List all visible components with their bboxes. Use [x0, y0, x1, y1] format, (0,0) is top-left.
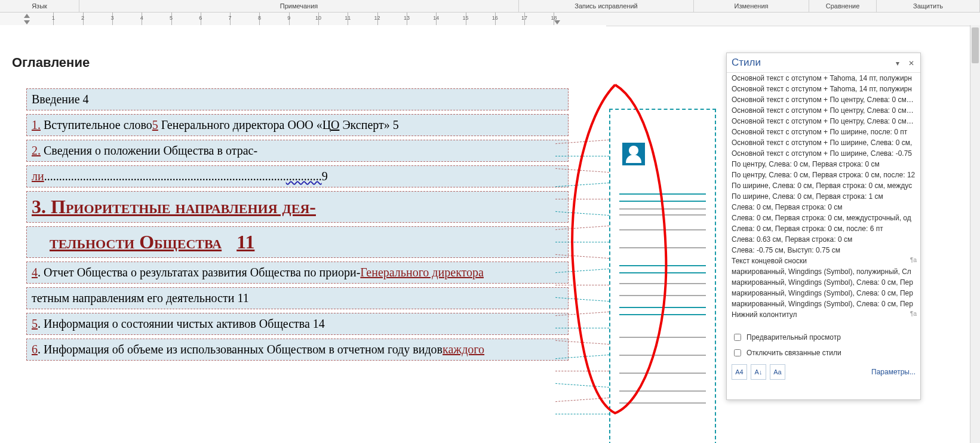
style-list-item[interactable]: По ширине, Слева: 0 см, Первая строка: 1… — [727, 191, 920, 202]
toc-entry[interactable]: Введение 4 — [26, 88, 569, 110]
minipage-text — [619, 373, 706, 374]
toc-heading: Оглавление — [12, 55, 606, 70]
ruler-indent-marker-top[interactable] — [24, 14, 30, 18]
document-page[interactable]: Оглавление Введение 41. Вступительное сл… — [0, 25, 606, 443]
linked-styles-checkbox-row[interactable]: Отключить связанные стили — [727, 345, 920, 361]
tab-trackchanges[interactable]: Запись исправлений — [519, 0, 694, 12]
minipage-text — [619, 229, 706, 230]
pilcrow-icon: ¶a — [910, 310, 917, 317]
scrollbar-thumb[interactable] — [972, 27, 979, 63]
style-inspector-button[interactable]: A↓ — [751, 364, 766, 380]
tab-language[interactable]: Язык — [0, 0, 79, 12]
ruler-number: 18 — [551, 15, 557, 21]
style-list-item[interactable]: Основной текст с отступом + Tahoma, 14 п… — [727, 84, 920, 94]
style-list-item[interactable]: По центру, Слева: 0 см, Первая строка: 0… — [727, 159, 920, 170]
ruler-number: 1 — [52, 15, 55, 21]
ruler-number: 10 — [315, 15, 321, 21]
style-list-item[interactable]: маркированный, Wingdings (Symbol), Слева… — [727, 277, 920, 288]
ruler-number: 12 — [374, 15, 380, 21]
preview-checkbox[interactable] — [734, 334, 741, 341]
style-list-item[interactable]: По центру, Слева: 0 см, Первая строка: 0… — [727, 170, 920, 180]
revision-pane-thumbnail[interactable] — [609, 109, 716, 443]
tab-comments[interactable]: Примечания — [79, 0, 519, 12]
linked-styles-checkbox[interactable] — [734, 349, 741, 356]
ruler-number: 2 — [81, 15, 84, 21]
style-list-item[interactable]: Основной текст с отступом + По центру, С… — [727, 105, 920, 116]
ruler-right-margin-marker[interactable] — [554, 20, 560, 24]
tab-compare[interactable]: Сравнение — [809, 0, 877, 12]
preview-checkbox-row[interactable]: Предварительный просмотр — [727, 330, 920, 345]
style-list-item[interactable]: Слева: 0 см, Первая строка: 0 см, после:… — [727, 223, 920, 234]
style-list-item[interactable]: Основной текст с отступом + По ширине, С… — [727, 137, 920, 148]
toc-entry[interactable]: 6. Информация об объеме из использованны… — [26, 339, 569, 361]
toc-entry[interactable]: тельности Общества 11 — [26, 226, 569, 258]
styles-pane[interactable]: Стили ▾ ✕ Основной текст с отступом + Ta… — [726, 53, 921, 400]
minipage-text — [619, 295, 706, 296]
minipage-text — [619, 355, 706, 356]
styles-pane-dropdown-icon[interactable]: ▾ — [893, 59, 902, 67]
minipage-text — [619, 402, 706, 404]
ruler-number: 3 — [110, 15, 113, 21]
ruler-number: 4 — [140, 15, 143, 21]
style-list-item[interactable]: Основной текст с отступом + По ширине, С… — [727, 148, 920, 159]
minipage-text — [619, 337, 706, 338]
ruler-number: 11 — [345, 15, 351, 21]
ruler-number: 7 — [229, 15, 232, 21]
style-list-item[interactable]: Слева: -0.75 см, Выступ: 0.75 см — [727, 245, 920, 256]
style-list-item[interactable]: Нижний колонтитул¶a — [727, 309, 920, 320]
ruler-number: 14 — [433, 15, 439, 21]
new-style-button[interactable]: A4 — [732, 364, 747, 380]
style-list-item[interactable]: Основной текст с отступом + По ширине, п… — [727, 127, 920, 137]
minipage-text — [619, 247, 706, 248]
styles-pane-close-icon[interactable]: ✕ — [907, 59, 916, 67]
toc-entry[interactable]: 2. Сведения о положении Общества в отрас… — [26, 140, 569, 162]
toc-entry[interactable]: 5. Информация о состоянии чистых активов… — [26, 313, 569, 335]
styles-list[interactable]: Основной текст с отступом + Tahoma, 14 п… — [727, 73, 920, 330]
style-list-item[interactable]: Основной текст с отступом + По центру, С… — [727, 94, 920, 105]
ruler-number: 17 — [521, 15, 527, 21]
style-list-item[interactable]: Текст концевой сноски¶a — [727, 256, 920, 266]
minipage-line — [619, 201, 706, 202]
ruler-number: 13 — [404, 15, 410, 21]
styles-pane-title: Стили — [732, 57, 761, 69]
ruler-number: 9 — [287, 15, 290, 21]
style-list-item[interactable]: маркированный, Wingdings (Symbol), полуж… — [727, 266, 920, 277]
toc-entry[interactable]: ли......................................… — [26, 165, 569, 187]
style-list-item[interactable]: маркированный, Wingdings (Symbol), Слева… — [727, 299, 920, 309]
ruler-number: 5 — [170, 15, 173, 21]
toc-entry[interactable]: 1. Вступительное слово5 Генерального дир… — [26, 114, 569, 136]
ruler-indent-marker-bottom[interactable] — [24, 20, 30, 24]
minipage-line — [619, 265, 706, 266]
style-list-item[interactable]: маркированный, Wingdings (Symbol), Слева… — [727, 288, 920, 299]
linked-styles-label: Отключить связанные стили — [746, 349, 841, 357]
reviewer-avatar-icon — [622, 143, 645, 165]
minipage-text — [619, 390, 706, 392]
styles-pane-header: Стили ▾ ✕ — [727, 53, 920, 73]
vertical-scrollbar[interactable] — [970, 25, 980, 443]
toc-entry[interactable]: 4. Отчет Общества о результатах развития… — [26, 262, 569, 284]
styles-options-link[interactable]: Параметры... — [871, 368, 916, 376]
manage-styles-button[interactable]: Aa — [770, 364, 785, 380]
horizontal-ruler[interactable]: 123456789101112131415161718 — [0, 13, 980, 26]
style-list-item[interactable]: Основной текст с отступом + Tahoma, 14 п… — [727, 73, 920, 84]
tab-protect[interactable]: Защитить — [877, 0, 980, 12]
style-list-item[interactable]: Основной текст с отступом + По центру, С… — [727, 116, 920, 127]
minipage-line — [619, 193, 706, 195]
ruler-number: 15 — [462, 15, 468, 21]
minipage-line — [619, 314, 706, 315]
ruler-number: 16 — [492, 15, 498, 21]
minipage-text — [619, 283, 706, 284]
pilcrow-icon: ¶a — [910, 257, 917, 263]
minipage-text — [619, 208, 706, 210]
style-list-item[interactable]: Слева: 0.63 см, Первая строка: 0 см — [727, 234, 920, 245]
style-list-item[interactable]: Слева: 0 см, Первая строка: 0 см — [727, 202, 920, 213]
tab-changes[interactable]: Изменения — [694, 0, 809, 12]
toc-entry[interactable]: тетным направлениям его деятельности 11 — [26, 287, 569, 309]
styles-pane-footer: A4 A↓ Aa Параметры... — [727, 361, 920, 383]
style-list-item[interactable]: По ширине, Слева: 0 см, Первая строка: 0… — [727, 180, 920, 191]
style-list-item[interactable]: Слева: 0 см, Первая строка: 0 см, междус… — [727, 213, 920, 223]
toc-entry[interactable]: 3. Приоритетные направления дея- — [26, 191, 569, 223]
document-workspace: Оглавление Введение 41. Вступительное сл… — [0, 25, 980, 443]
minipage-line — [619, 272, 706, 273]
minipage-line — [619, 307, 706, 308]
